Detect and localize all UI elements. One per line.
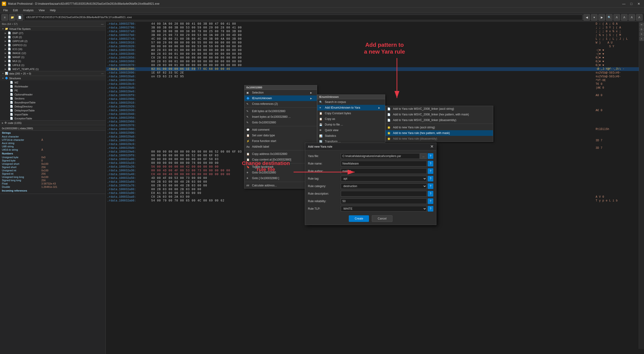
struct-exception[interactable]: 📄ExceptionTable [0,116,106,120]
file-path-input[interactable] [24,15,582,20]
ctx-set-type[interactable]: 📋 Set user data type [244,133,317,138]
unsigned-byte-row: Unsigned byte0x0 [0,156,106,159]
tree-item-uifile[interactable]: ▶📄UIFILE (1) [0,63,106,67]
rule-description-input[interactable] [341,191,427,196]
rtb-btn-3[interactable]: S [640,32,644,36]
ctx-ienum[interactable]: 🔷 IEnumUnknown ▶ [244,95,317,101]
search-corpus-icon: 🔍 [319,101,322,104]
maximize-button[interactable]: □ [628,2,634,6]
struct-importtable[interactable]: 📄ImportTable [0,112,106,116]
minimize-button[interactable]: — [620,2,627,6]
sub-search-corpus[interactable]: 🔍 Search in corpus [317,99,385,105]
ctx-insert-bytes[interactable]: ✎ Insert bytes at 0x100032880 ... [244,114,317,120]
rtb-btn-1[interactable]: H [640,23,644,27]
ctx-edit-bytes[interactable]: ✎ Edit bytes at 0x100032880 [244,108,317,114]
yara-file-input[interactable] [341,153,420,159]
struct-richheader[interactable]: 📄RichHeader [0,84,106,88]
sub-copy-as[interactable]: 📋 Copy as [317,116,385,122]
sub-quickview[interactable]: 👁 Quick view [317,127,385,133]
create-button[interactable]: Create [349,215,369,222]
rule-tag-select[interactable]: apt [341,176,427,181]
toolbar-search[interactable]: 🔍 [606,14,612,21]
data-section-header[interactable]: ▼ 📊 data (265 + 25 + 0) — [0,71,106,76]
tree-item-bmp[interactable]: ▶📄BMP (27) [0,31,106,35]
menu-analysis[interactable]: Analysis [21,8,36,13]
struct-debugdir[interactable]: 📄DebugDirectory [0,104,106,108]
rule-author-input[interactable] [341,168,427,174]
rule-name-input[interactable] [341,161,427,166]
vfs-folder-icon: 📁 [5,27,8,30]
ctx-xrefs[interactable]: ✎ Cross-references (2) [244,101,317,107]
yara-new-disasm[interactable]: 🌟 Add to new Yara rule (disassembly) [386,136,493,142]
nav-back[interactable]: ◀ [584,14,590,21]
ctx-selection[interactable]: ▣ Selection ▶ [244,90,317,95]
sub-dump[interactable]: 💾 Dump to file ... [317,122,385,127]
yara-msvc-hex[interactable]: 📄 Add to Yara rule MSVC_2008_linker (hex… [386,112,493,117]
nav-forward[interactable]: ▶ [598,14,605,21]
rule-reliability-help[interactable]: ? [428,198,433,204]
toolbar-btn-2[interactable]: 📁 [9,14,16,21]
rule-tlp-help[interactable]: ? [428,206,433,212]
menu-edit[interactable]: Edit [10,8,20,13]
toolbar-btn-b[interactable]: A [621,14,628,21]
struct-pe[interactable]: 📄PE [0,88,106,92]
toolbar-btn-1[interactable]: ≡ [2,14,8,21]
structures-header[interactable]: ▼ 🔷 Structures [0,76,106,80]
rule-name-help[interactable]: ? [428,161,433,166]
strings-section-label: Strings [0,131,106,135]
menu-help[interactable]: Help [48,8,58,13]
rtb-btn-2[interactable]: D [640,27,644,32]
cancel-button[interactable]: Cancel [372,215,392,222]
close-button[interactable]: ✕ [636,2,642,6]
sub-add-yara[interactable]: ✈ Add IEnumUnknown to Yara ▶ [317,105,385,111]
struct-optionalheader[interactable]: 📄OptionalHeader [0,92,106,96]
toolbar-btn-3[interactable]: 📄 [16,14,23,21]
rule-desc-help[interactable]: ? [428,191,433,196]
ctx-add-comment[interactable]: 💬 Add comment [244,127,317,133]
rule-category-select[interactable]: destruction [341,183,427,189]
virtual-fs-header[interactable]: ▼ 📁 Virtual File System [0,27,106,31]
signed-byte-value: 0 [41,159,43,162]
rule-tlp-select[interactable]: WHITE [341,206,427,212]
collapse-icon[interactable]: — [101,23,104,25]
tree-item-grpico[interactable]: ▶📄GRPICO (1) [0,43,106,47]
code-header[interactable]: ▶ ⚙ code (1155) [0,121,106,125]
yara-new-ascii[interactable]: 🌟 Add to new Yara rule (ascii string) [386,125,493,130]
rule-author-help[interactable]: ? [428,168,433,174]
tree-item-grpcur[interactable]: ▶📄GRPCUR (2) [0,39,106,43]
add-yara-icon: ✈ [319,106,321,109]
tree-item-wevt[interactable]: ▶📄WEVT_TEMPLATE (1) [0,67,106,71]
ctx-goto[interactable]: ✎ Goto 0x100032880 [244,120,317,125]
toolbar-btn-d[interactable]: A [636,14,642,21]
struct-delayimport[interactable]: 📄DelayImportTable [0,108,106,112]
tree-item-manif[interactable]: ▶📄MANIF (1) [0,55,106,59]
goto-icon: ✎ [246,121,248,124]
struct-sections[interactable]: 📄Sections [0,96,106,100]
struct-boundimport[interactable]: 📄BoundImportTable [0,100,106,104]
rule-reliability-input[interactable] [341,198,427,204]
toolbar-btn-a[interactable]: A [614,14,620,21]
rtb-btn-4[interactable]: A [640,37,644,41]
tree-item-mui[interactable]: ▶📄MUI (1) [0,59,106,63]
yara-file-help[interactable]: ? [428,153,433,159]
collapse-data[interactable]: — [101,72,104,75]
rule-category-help[interactable]: ? [428,183,433,189]
yara-msvc-ascii[interactable]: 📄 Add to Yara rule MSVC_2008_linker (asc… [386,106,493,112]
menu-view[interactable]: View [36,8,47,13]
rule-tag-help[interactable]: ? [428,176,433,181]
nav-dropdown[interactable]: ▾ [591,14,598,21]
hex-row-12-highlight: .rdata.100032880: 02 01 00 00 09 06 1E F… [106,67,644,71]
yara-new-hex[interactable]: 🌟 Add to new Yara rule (hex pattern, wit… [386,130,493,136]
tree-item-image[interactable]: ▶📄IMAGE (12) [0,51,106,55]
sub-statistics[interactable]: 📊 Statistics [317,133,385,139]
browse-button[interactable]: ... [420,153,427,159]
unsigned-ll-label: Unsigned long long [2,176,40,178]
tree-item-cur[interactable]: ▶📄CUR (2) [0,35,106,39]
dialog-close-button[interactable]: ✕ [430,144,433,149]
yara-msvc-disasm[interactable]: 📄 Add to Yara rule MSVC_2008_linker (dis… [386,117,493,123]
menu-file[interactable]: File [1,8,10,13]
struct-mz[interactable]: 📄MZ [0,80,106,84]
tree-item-ico[interactable]: ▶📄ICO (16) [0,47,106,51]
toolbar-btn-c[interactable]: A [628,14,635,21]
sub-copy-bytes[interactable]: 📋 Copy Constant bytes [317,111,385,116]
